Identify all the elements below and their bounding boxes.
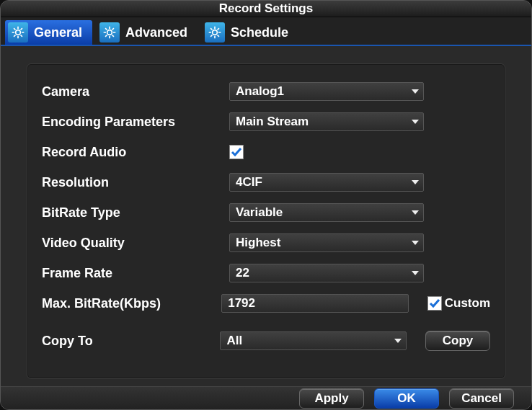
resolution-label: Resolution xyxy=(42,175,229,190)
tab-schedule[interactable]: Schedule xyxy=(202,20,298,45)
ok-button[interactable]: OK xyxy=(374,388,439,409)
chevron-down-icon xyxy=(412,210,419,215)
gear-icon xyxy=(99,22,120,43)
camera-select[interactable]: Analog1 xyxy=(229,82,424,101)
chevron-down-icon xyxy=(412,89,419,94)
copy-to-value: All xyxy=(226,334,242,348)
row-resolution: Resolution 4CIF xyxy=(42,172,490,192)
bitrate-type-label: BitRate Type xyxy=(42,205,229,220)
svg-line-14 xyxy=(105,28,107,30)
row-frame-rate: Frame Rate 22 xyxy=(42,263,490,283)
frame-rate-value: 22 xyxy=(236,266,249,280)
resolution-select[interactable]: 4CIF xyxy=(229,173,424,192)
camera-label: Camera xyxy=(42,84,229,99)
dialog-footer: Apply OK Cancel xyxy=(1,386,531,409)
copy-to-label: Copy To xyxy=(42,334,220,349)
row-camera: Camera Analog1 xyxy=(42,81,490,102)
record-audio-label: Record Audio xyxy=(42,145,229,160)
svg-line-8 xyxy=(21,28,22,30)
svg-point-0 xyxy=(16,30,21,35)
encoding-value: Main Stream xyxy=(236,115,309,129)
frame-rate-select[interactable]: 22 xyxy=(229,264,424,282)
copy-to-extra: Copy xyxy=(425,331,490,351)
svg-line-7 xyxy=(14,35,15,37)
max-bitrate-label: Max. BitRate(Kbps) xyxy=(42,296,221,311)
chevron-down-icon xyxy=(394,339,402,343)
svg-line-15 xyxy=(112,35,114,37)
bitrate-type-value: Variable xyxy=(236,205,283,220)
tab-bar: General Advanced Schedule xyxy=(1,17,531,46)
tab-advanced[interactable]: Advanced xyxy=(97,20,198,45)
row-bitrate-type: BitRate Type Variable xyxy=(42,202,490,223)
copy-button[interactable]: Copy xyxy=(425,331,490,351)
copy-to-select[interactable]: All xyxy=(220,331,407,350)
row-copy-to: Copy To All Copy xyxy=(42,331,490,351)
svg-line-24 xyxy=(218,35,219,37)
form-panel: Camera Analog1 Encoding Parameters Main … xyxy=(27,63,505,379)
encoding-label: Encoding Parameters xyxy=(42,115,229,130)
svg-point-9 xyxy=(107,30,112,35)
gear-icon xyxy=(8,22,28,43)
max-bitrate-extra: Custom xyxy=(427,296,490,311)
copy-button-label: Copy xyxy=(443,334,474,348)
tab-label: General xyxy=(34,25,82,40)
bitrate-type-select[interactable]: Variable xyxy=(229,203,424,222)
chevron-down-icon xyxy=(412,271,419,275)
row-max-bitrate: Max. BitRate(Kbps) Custom xyxy=(42,293,490,313)
svg-line-17 xyxy=(112,28,114,30)
tab-label: Advanced xyxy=(125,25,187,40)
max-bitrate-input[interactable] xyxy=(221,294,409,313)
custom-checkbox[interactable] xyxy=(427,296,442,311)
cancel-button-label: Cancel xyxy=(461,391,502,406)
custom-label: Custom xyxy=(445,296,490,311)
row-record-audio: Record Audio xyxy=(42,142,490,162)
chevron-down-icon xyxy=(412,120,419,124)
tab-general[interactable]: General xyxy=(5,20,92,45)
video-quality-select[interactable]: Highest xyxy=(229,233,424,252)
apply-button[interactable]: Apply xyxy=(299,388,364,409)
title-bar: Record Settings xyxy=(1,1,531,17)
resolution-value: 4CIF xyxy=(236,175,262,190)
apply-button-label: Apply xyxy=(314,391,348,406)
chevron-down-icon xyxy=(412,241,419,245)
video-quality-value: Highest xyxy=(236,236,280,250)
cancel-button[interactable]: Cancel xyxy=(449,388,514,409)
gear-icon xyxy=(205,22,225,43)
encoding-select[interactable]: Main Stream xyxy=(229,112,424,131)
tab-label: Schedule xyxy=(231,25,288,40)
row-video-quality: Video Quality Highest xyxy=(42,233,490,253)
ok-button-label: OK xyxy=(397,391,416,406)
video-quality-label: Video Quality xyxy=(42,236,229,251)
content-area: Camera Analog1 Encoding Parameters Main … xyxy=(1,46,531,386)
record-settings-window: Record Settings General Advanced Schedul… xyxy=(0,0,532,410)
camera-value: Analog1 xyxy=(236,84,284,99)
svg-line-26 xyxy=(218,28,219,30)
record-audio-checkbox[interactable] xyxy=(229,145,244,159)
svg-line-16 xyxy=(105,35,107,37)
svg-line-25 xyxy=(210,35,212,37)
frame-rate-label: Frame Rate xyxy=(42,266,229,281)
svg-line-6 xyxy=(21,35,22,37)
svg-point-18 xyxy=(213,30,218,35)
window-title: Record Settings xyxy=(219,1,313,16)
row-encoding: Encoding Parameters Main Stream xyxy=(42,112,490,132)
chevron-down-icon xyxy=(412,180,419,184)
svg-line-23 xyxy=(210,28,212,30)
svg-line-5 xyxy=(14,28,15,30)
